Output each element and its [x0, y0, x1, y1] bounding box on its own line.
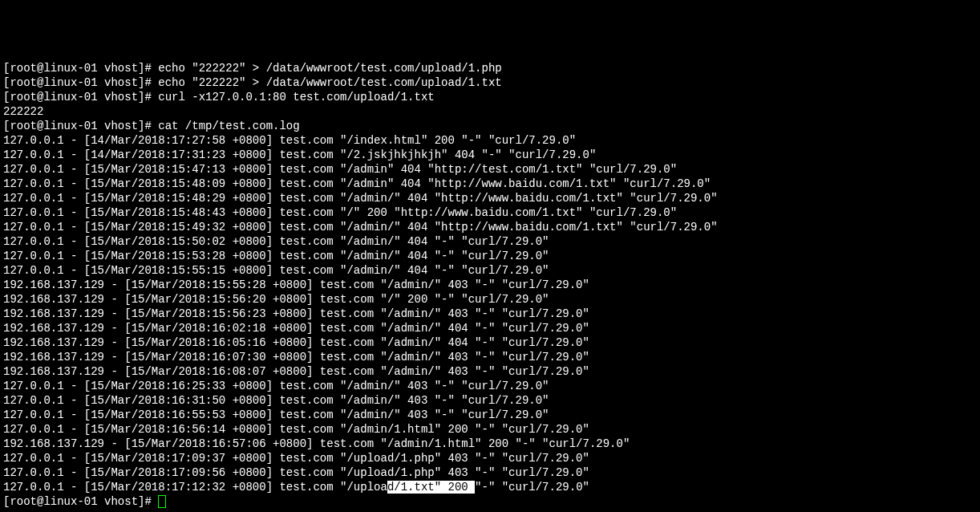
- command-line: [root@linux-01 vhost]# cat /tmp/test.com…: [3, 119, 977, 133]
- log-line: 127.0.0.1 - [15/Mar/2018:15:55:15 +0800]…: [3, 263, 977, 278]
- log-line: 192.168.137.129 - [15/Mar/2018:15:56:23 …: [3, 307, 977, 321]
- log-line: 127.0.0.1 - [15/Mar/2018:16:31:50 +0800]…: [3, 393, 977, 408]
- log-line: 192.168.137.129 - [15/Mar/2018:16:05:16 …: [3, 335, 977, 350]
- prompt: [root@linux-01 vhost]#: [3, 76, 158, 89]
- log-line-highlighted: 127.0.0.1 - [15/Mar/2018:17:12:32 +0800]…: [3, 480, 977, 494]
- log-line: 127.0.0.1 - [15/Mar/2018:15:50:02 +0800]…: [3, 234, 977, 249]
- log-line: 127.0.0.1 - [15/Mar/2018:17:09:37 +0800]…: [3, 451, 977, 465]
- command-line: [root@linux-01 vhost]# echo "222222" > /…: [3, 75, 977, 90]
- log-line: 127.0.0.1 - [15/Mar/2018:16:55:53 +0800]…: [3, 408, 977, 422]
- command-line: [root@linux-01 vhost]# echo "222222" > /…: [3, 61, 977, 75]
- log-line: 127.0.0.1 - [14/Mar/2018:17:31:23 +0800]…: [3, 148, 977, 162]
- command-text: curl -x127.0.0.1:80 test.com/upload/1.tx…: [158, 91, 434, 104]
- terminal-output[interactable]: [root@linux-01 vhost]# echo "222222" > /…: [3, 61, 977, 509]
- command-text: cat /tmp/test.com.log: [158, 120, 299, 132]
- log-line: 192.168.137.129 - [15/Mar/2018:16:07:30 …: [3, 350, 977, 364]
- log-line: 192.168.137.129 - [15/Mar/2018:16:02:18 …: [3, 321, 977, 335]
- cursor-icon: [158, 495, 166, 508]
- log-line: 127.0.0.1 - [15/Mar/2018:15:49:32 +0800]…: [3, 220, 977, 234]
- output-line: 222222: [3, 104, 977, 119]
- log-line: 127.0.0.1 - [15/Mar/2018:17:09:56 +0800]…: [3, 465, 977, 480]
- log-line: 192.168.137.129 - [15/Mar/2018:15:56:20 …: [3, 292, 977, 307]
- command-text: echo "222222" > /data/wwwroot/test.com/u…: [158, 76, 501, 89]
- log-text-after: "-" "curl/7.29.0": [475, 481, 589, 494]
- prompt: [root@linux-01 vhost]#: [3, 62, 158, 75]
- log-line: 127.0.0.1 - [15/Mar/2018:16:56:14 +0800]…: [3, 422, 977, 437]
- log-line: 127.0.0.1 - [14/Mar/2018:17:27:58 +0800]…: [3, 133, 977, 148]
- log-line: 127.0.0.1 - [15/Mar/2018:15:53:28 +0800]…: [3, 249, 977, 263]
- log-text-before: 127.0.0.1 - [15/Mar/2018:17:12:32 +0800]…: [3, 481, 387, 494]
- prompt: [root@linux-01 vhost]#: [3, 91, 158, 104]
- prompt: [root@linux-01 vhost]#: [3, 495, 158, 508]
- log-line: 127.0.0.1 - [15/Mar/2018:15:47:13 +0800]…: [3, 162, 977, 177]
- log-line: 127.0.0.1 - [15/Mar/2018:15:48:43 +0800]…: [3, 205, 977, 220]
- prompt: [root@linux-01 vhost]#: [3, 120, 158, 132]
- log-line: 192.168.137.129 - [15/Mar/2018:16:57:06 …: [3, 437, 977, 451]
- log-line: 127.0.0.1 - [15/Mar/2018:15:48:09 +0800]…: [3, 177, 977, 191]
- command-line: [root@linux-01 vhost]# curl -x127.0.0.1:…: [3, 90, 977, 104]
- log-line: 192.168.137.129 - [15/Mar/2018:16:08:07 …: [3, 364, 977, 379]
- highlighted-text: d/1.txt" 200: [387, 481, 475, 494]
- log-line: 127.0.0.1 - [15/Mar/2018:16:25:33 +0800]…: [3, 379, 977, 393]
- command-text: echo "222222" > /data/wwwroot/test.com/u…: [158, 62, 501, 75]
- log-line: 127.0.0.1 - [15/Mar/2018:15:48:29 +0800]…: [3, 191, 977, 205]
- command-line-current[interactable]: [root@linux-01 vhost]#: [3, 494, 977, 509]
- log-line: 192.168.137.129 - [15/Mar/2018:15:55:28 …: [3, 278, 977, 292]
